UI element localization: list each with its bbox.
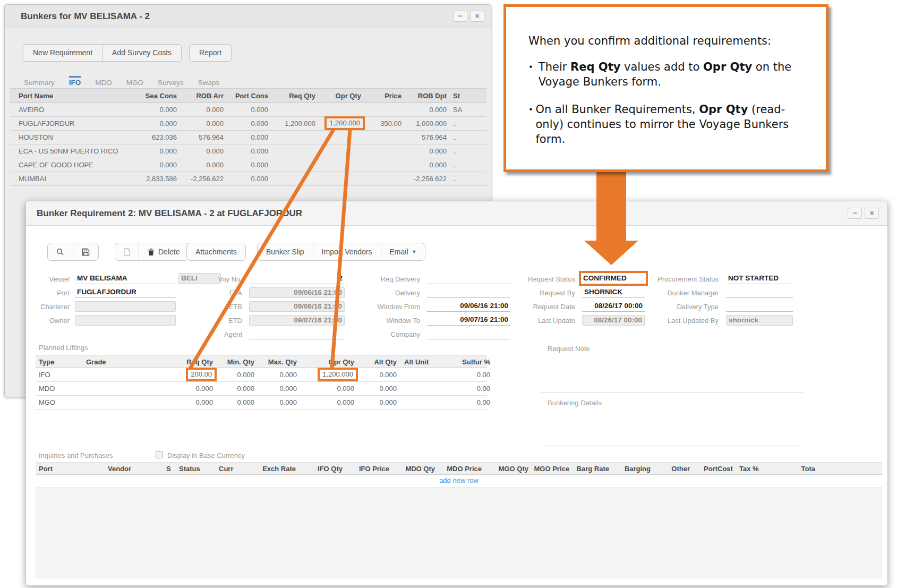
note-button[interactable] xyxy=(115,243,139,260)
cell: 0.000 xyxy=(224,172,268,185)
col-mgo-price: MGO Price xyxy=(528,463,569,475)
bunkering-details-field[interactable] xyxy=(541,414,802,446)
search-button[interactable] xyxy=(48,243,73,260)
table-row[interactable]: ECA - US 50NM PUERTO RICO 0.000 0.000 0.… xyxy=(10,144,486,158)
cell: MUMBAI xyxy=(19,172,131,185)
cell: 576.964 xyxy=(177,131,224,144)
close-icon[interactable]: × xyxy=(470,11,484,22)
table-row[interactable]: FUGLAFJORDUR 0.000 0.000 0.000 1,200.000… xyxy=(10,117,486,131)
lifting-row[interactable]: IFO 200.00 0.000 0.000 1,200.000 0.000 0… xyxy=(36,368,487,382)
procurement-status-field[interactable]: NOT STARTED xyxy=(726,274,793,284)
import-vendors-button[interactable]: Import Vendors xyxy=(313,243,381,260)
window-to-label: Window To xyxy=(366,316,420,326)
port-field[interactable]: FUGLAFJORDUR xyxy=(75,287,176,298)
bunkers-table: Port Name Sea Cons ROB Arr Port Cons Req… xyxy=(10,88,486,186)
planned-liftings-header: Type Grade Req Qty Min. Qty Max. Qty Opr… xyxy=(36,355,487,368)
bunker-slip-button[interactable]: Bunker Slip xyxy=(258,243,313,260)
table-row[interactable]: MUMBAI 2,833.586 -2,256.622 0.000 -2,256… xyxy=(10,172,486,186)
email-label: Email xyxy=(390,243,408,260)
window-controls: − × xyxy=(453,11,484,22)
table-row[interactable]: HOUSTON 623.036 576.964 0.000 576.964 .. xyxy=(10,131,486,144)
etd-field: 09/07/16 21:00 xyxy=(249,315,345,326)
requirement-window-titlebar: Bunker Requirement 2: MV BELISAMA - 2 at… xyxy=(26,201,887,226)
tab-mdo[interactable]: MDO xyxy=(95,76,112,87)
req-qty-highlight: 200.00 xyxy=(186,368,217,381)
cell xyxy=(268,103,315,116)
col-port-name: Port Name xyxy=(19,89,131,103)
eta-label: ETA xyxy=(201,288,242,298)
report-group: Report xyxy=(189,44,232,62)
close-icon[interactable]: × xyxy=(865,208,879,219)
opr-qty-highlight: 1,200.000 xyxy=(324,116,365,130)
request-note-field[interactable] xyxy=(541,361,802,393)
new-requirement-button[interactable]: New Requirement xyxy=(23,45,102,61)
delivery-type-field[interactable] xyxy=(726,301,793,312)
request-by-field[interactable]: SHORNICK xyxy=(582,287,645,298)
tab-swaps[interactable]: Swaps xyxy=(198,76,220,87)
window-from-field[interactable]: 09/06/16 21:00 xyxy=(427,301,510,312)
cell: 0.000 xyxy=(213,396,254,409)
col-tax: Tax % xyxy=(739,463,771,475)
tab-summary[interactable]: Summary xyxy=(24,76,55,87)
cell xyxy=(315,103,361,116)
report-button[interactable]: Report xyxy=(190,45,231,61)
col-mgo-qty: MGO Qty xyxy=(482,463,528,475)
cell: 0.000 xyxy=(213,382,254,395)
lifting-row[interactable]: MDO 0.000 0.000 0.000 0.000 0.000 0.00 xyxy=(36,382,487,396)
email-button[interactable]: Email▼ xyxy=(381,243,425,260)
table-row[interactable]: CAPE OF GOOD HOPE 0.000 0.000 0.000 0.00… xyxy=(10,158,486,172)
cell xyxy=(361,158,401,172)
add-new-row-link[interactable]: add new row xyxy=(439,476,479,484)
cell xyxy=(361,144,401,158)
col-grade: Grade xyxy=(86,356,143,368)
bunker-manager-field[interactable] xyxy=(726,287,793,298)
col-alt-unit: Alt Unit xyxy=(397,356,434,368)
vessel-field[interactable]: MV BELISAMA xyxy=(75,274,176,284)
cell: 0.000 xyxy=(224,131,268,144)
lifting-row[interactable]: MGO 0.000 0.000 0.000 0.000 0.000 0.00 xyxy=(36,396,487,410)
table-row[interactable]: AVEIRO 0.000 0.000 0.000 0.000 SA xyxy=(10,103,486,117)
col-req-qty: Req Qty xyxy=(143,356,213,368)
charterer-field xyxy=(75,301,176,312)
window-to-field[interactable]: 09/07/16 21:00 xyxy=(427,315,510,326)
cell: 350.00 xyxy=(361,117,401,130)
note-delete-group: Delete xyxy=(115,243,189,261)
save-button[interactable] xyxy=(73,243,98,260)
etd-label: ETD xyxy=(201,316,242,326)
minimize-icon[interactable]: − xyxy=(453,11,467,22)
callout-bullet: • On all Bunker Requirements, Opr Qty (r… xyxy=(528,103,813,147)
col-st: St xyxy=(447,89,476,103)
cell: HOUSTON xyxy=(19,131,131,144)
voy-no-field[interactable]: 2 xyxy=(249,274,345,284)
cell: 2,833.586 xyxy=(131,172,177,185)
cell: 0.00 xyxy=(434,368,490,381)
cell xyxy=(361,103,401,116)
cell: SA xyxy=(447,103,476,116)
tab-ifo[interactable]: IFO xyxy=(69,76,81,87)
minimize-icon[interactable]: − xyxy=(848,208,862,219)
tab-mgo[interactable]: MGO xyxy=(126,76,143,87)
company-field[interactable] xyxy=(427,329,510,339)
delivery-field[interactable] xyxy=(427,287,510,298)
col-alt-qty: Alt Qty xyxy=(354,356,397,368)
request-note-label: Request Note xyxy=(548,345,590,353)
vessel-label: Vessel xyxy=(30,274,70,284)
opr-qty-highlight: 1,200.000 xyxy=(318,368,358,381)
base-currency-checkbox[interactable] xyxy=(156,451,163,458)
tab-surveys[interactable]: Surveys xyxy=(158,76,184,87)
add-survey-costs-button[interactable]: Add Survey Costs xyxy=(102,45,181,61)
col-barg-rate: Barg Rate xyxy=(569,463,609,475)
cell: 0.00 xyxy=(434,382,490,395)
delivery-label: Delivery xyxy=(366,288,420,298)
request-status-field[interactable]: CONFIRMED xyxy=(579,271,648,286)
cell xyxy=(268,158,315,172)
attachments-button[interactable]: Attachments xyxy=(187,243,245,260)
cell: MGO xyxy=(39,396,86,409)
cell: 0.000 xyxy=(131,103,177,116)
col-vendor: Vendor xyxy=(108,463,166,475)
req-delivery-field[interactable] xyxy=(427,274,510,284)
agent-field[interactable] xyxy=(249,329,345,339)
delete-button[interactable]: Delete xyxy=(139,243,188,260)
request-date-field[interactable]: 08/26/17 00:00 xyxy=(582,301,645,312)
col-min-qty: Min. Qty xyxy=(213,356,254,368)
